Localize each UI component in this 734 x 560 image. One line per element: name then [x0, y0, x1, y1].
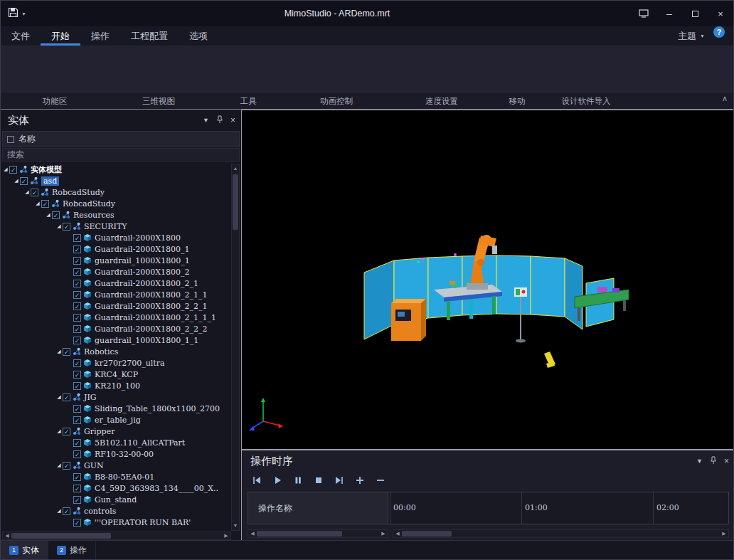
tree-node[interactable]: ✓Gun_stand: [2, 494, 231, 505]
tree-node[interactable]: ◢✓Resources: [2, 209, 231, 221]
close-button[interactable]: ×: [708, 1, 733, 26]
tree-node[interactable]: ◢✓实体模型: [2, 164, 231, 175]
expand-arrow-icon[interactable]: ◢: [55, 463, 63, 468]
minimize-button[interactable]: –: [656, 1, 682, 26]
tree-node[interactable]: ◢✓SECURITY: [2, 221, 231, 232]
scrollbar-thumb[interactable]: [402, 531, 452, 537]
node-checkbox[interactable]: ✓: [73, 519, 81, 527]
tree-node[interactable]: ✓er_table_jig: [2, 414, 231, 426]
name-header-checkbox[interactable]: [7, 136, 14, 143]
skip-to-end-button[interactable]: [334, 475, 344, 485]
tree-node[interactable]: ✓Guardrail-2000X1800_1: [2, 243, 231, 255]
zoom-out-button[interactable]: [376, 475, 385, 485]
expand-arrow-icon[interactable]: ◢: [2, 167, 9, 172]
help-button[interactable]: ?: [713, 26, 725, 38]
node-checkbox[interactable]: ✓: [52, 211, 60, 219]
tree-horizontal-scrollbar[interactable]: ◀ ▶: [2, 532, 231, 540]
panel-menu-icon[interactable]: ▼: [696, 458, 703, 465]
expand-arrow-icon[interactable]: ◢: [45, 212, 52, 218]
node-checkbox[interactable]: ✓: [73, 234, 81, 242]
expand-arrow-icon[interactable]: ◢: [55, 223, 63, 229]
tree-node[interactable]: ✓Guardrail-2000X1800_2_1: [2, 278, 231, 289]
timeline-ruler-scrollbar[interactable]: ◀ ▶: [393, 529, 729, 538]
node-checkbox[interactable]: ✓: [73, 439, 81, 447]
node-checkbox[interactable]: ✓: [63, 507, 70, 515]
ribbon-collapse-icon[interactable]: ∧: [722, 94, 728, 103]
3d-viewport[interactable]: [241, 110, 734, 450]
tree-node[interactable]: ✓kr270r2700_ultra: [2, 357, 231, 369]
timeline-table-scrollbar[interactable]: ◀ ▶: [248, 529, 388, 538]
close-icon[interactable]: ×: [724, 456, 729, 466]
operation-name-column-header[interactable]: 操作名称: [248, 492, 388, 524]
node-checkbox[interactable]: ✓: [73, 450, 81, 458]
scroll-down-icon[interactable]: ▼: [231, 522, 240, 530]
scroll-left-icon[interactable]: ◀: [393, 531, 402, 537]
tree-vertical-scrollbar[interactable]: ▲ ▼: [231, 164, 240, 531]
node-checkbox[interactable]: ✓: [73, 416, 81, 424]
node-checkbox[interactable]: ✓: [63, 348, 70, 356]
scroll-up-icon[interactable]: ▲: [231, 164, 240, 173]
pin-icon[interactable]: [216, 114, 223, 127]
panel-menu-icon[interactable]: ▼: [203, 117, 209, 124]
scroll-left-icon[interactable]: ◀: [248, 531, 257, 537]
tree-node[interactable]: ✓Guardrail-2000X1800_2_1_1: [2, 289, 231, 300]
save-icon[interactable]: [8, 7, 18, 21]
tree-node[interactable]: ◢✓GUN: [2, 460, 231, 471]
scrollbar-thumb[interactable]: [233, 174, 238, 230]
node-checkbox[interactable]: ✓: [63, 393, 70, 401]
tree-node[interactable]: ✓Sliding_Table_1800x1100_2700: [2, 403, 231, 414]
tree-node[interactable]: ◢✓asd: [2, 175, 231, 186]
node-checkbox[interactable]: ✓: [73, 325, 81, 333]
skip-to-start-button[interactable]: [252, 475, 262, 485]
tree-node[interactable]: ✓KRC4_KCP: [2, 369, 231, 380]
screen-mode-icon[interactable]: [631, 1, 656, 26]
tree-node[interactable]: ✓Guardrail-2000X1800_2_1_1_1: [2, 312, 231, 323]
tree-node[interactable]: ✓RF10-32-00-00: [2, 448, 231, 460]
stop-button[interactable]: [314, 475, 324, 485]
close-icon[interactable]: ×: [230, 115, 235, 125]
scroll-right-icon[interactable]: ▶: [379, 531, 388, 537]
pin-icon[interactable]: [710, 455, 717, 467]
expand-arrow-icon[interactable]: ◢: [55, 349, 63, 354]
scrollbar-thumb[interactable]: [11, 533, 111, 539]
tab-operation[interactable]: 2 操作: [48, 541, 96, 559]
tree-search-input[interactable]: 搜索: [2, 148, 240, 162]
tree-node[interactable]: ✓Guardrail-2000X1800_2_2_2: [2, 323, 231, 334]
node-checkbox[interactable]: ✓: [63, 223, 70, 231]
node-checkbox[interactable]: ✓: [73, 280, 81, 287]
node-checkbox[interactable]: ✓: [31, 189, 38, 196]
node-checkbox[interactable]: ✓: [73, 405, 81, 413]
zoom-in-button[interactable]: [355, 475, 365, 485]
node-checkbox[interactable]: ✓: [73, 257, 81, 265]
tree-node[interactable]: ✓Guardrail-2000X1800_2: [2, 266, 231, 278]
menu-project-config[interactable]: 工程配置: [120, 26, 179, 46]
scroll-right-icon[interactable]: ▶: [222, 533, 230, 539]
node-checkbox[interactable]: ✓: [63, 428, 70, 435]
node-checkbox[interactable]: ✓: [9, 166, 17, 174]
timeline-ruler[interactable]: 00:00 01:00 02:00: [388, 492, 729, 524]
tree-node[interactable]: ✓5B102.110_AllCATPart: [2, 437, 231, 448]
node-checkbox[interactable]: ✓: [63, 462, 70, 470]
node-checkbox[interactable]: ✓: [73, 485, 81, 492]
tree-node[interactable]: ✓Guardrail-2000X1800: [2, 232, 231, 243]
expand-arrow-icon[interactable]: ◢: [23, 189, 31, 195]
node-checkbox[interactable]: ✓: [73, 382, 81, 390]
expand-arrow-icon[interactable]: ◢: [55, 508, 63, 514]
node-checkbox[interactable]: ✓: [73, 496, 81, 504]
expand-arrow-icon[interactable]: ◢: [13, 178, 20, 184]
play-button[interactable]: [272, 475, 282, 485]
tree-node[interactable]: ◢✓JIG: [2, 391, 231, 403]
node-checkbox[interactable]: ✓: [73, 337, 81, 344]
scroll-right-icon[interactable]: ▶: [720, 531, 728, 537]
tree-node[interactable]: ◢✓Gripper: [2, 426, 231, 437]
node-checkbox[interactable]: ✓: [41, 200, 49, 208]
expand-arrow-icon[interactable]: ◢: [55, 394, 63, 400]
menu-file[interactable]: 文件: [1, 26, 41, 46]
node-checkbox[interactable]: ✓: [20, 177, 28, 185]
pause-button[interactable]: [293, 475, 303, 485]
node-checkbox[interactable]: ✓: [73, 302, 81, 310]
tree-node[interactable]: ✓guardrail_1000X1800_1_1: [2, 334, 231, 346]
menu-start[interactable]: 开始: [41, 26, 80, 46]
node-checkbox[interactable]: ✓: [73, 473, 81, 481]
node-checkbox[interactable]: ✓: [73, 245, 81, 253]
